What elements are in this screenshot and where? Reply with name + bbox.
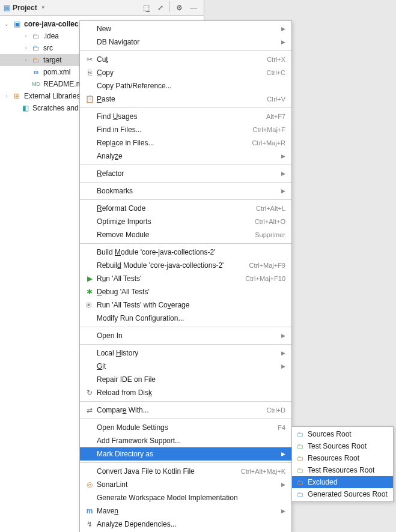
- submenu-item[interactable]: 🗀Generated Sources Root: [292, 488, 393, 500]
- shortcut: Ctrl+Maj+R: [252, 139, 285, 147]
- tree-label: src: [43, 44, 53, 52]
- menu-item[interactable]: ◎SonarLint▶: [80, 478, 291, 491]
- menu-icon: ⛨: [82, 301, 97, 309]
- menu-label: Bookmarks: [97, 187, 279, 195]
- menu-item[interactable]: Convert Java File to Kotlin FileCtrl+Alt…: [80, 465, 291, 478]
- menu-item[interactable]: Replace in Files...Ctrl+Maj+R: [80, 136, 291, 150]
- panel-title[interactable]: ▣ Project ▼: [4, 4, 139, 12]
- menu-label: Remove Module: [97, 231, 255, 239]
- menu-item[interactable]: mMaven▶: [80, 504, 291, 518]
- submenu-item[interactable]: 🗀Test Sources Root: [292, 440, 393, 452]
- submenu-item[interactable]: 🗀Test Resources Root: [292, 464, 393, 476]
- menu-item[interactable]: Local History▶: [80, 346, 291, 360]
- menu-item[interactable]: Open Module SettingsF4: [80, 421, 291, 434]
- file-icon: m: [31, 69, 41, 75]
- select-opened-button[interactable]: ⬚̲: [139, 1, 153, 14]
- menu-item[interactable]: Copy Path/Reference...: [80, 79, 291, 92]
- divider: [169, 1, 170, 12]
- menu-label: Paste: [97, 95, 267, 103]
- chevron-right-icon: ▶: [281, 153, 285, 159]
- tree-root-label: core-java-collec: [24, 20, 79, 28]
- menu-item[interactable]: Bookmarks▶: [80, 184, 291, 198]
- chevron-right-icon: ▶: [281, 171, 285, 177]
- submenu-label: Excluded: [308, 478, 337, 486]
- menu-item[interactable]: ✱Debug 'All Tests': [80, 285, 291, 298]
- menu-icon: ✱: [82, 288, 97, 296]
- menu-label: Find in Files...: [97, 125, 253, 134]
- menu-item[interactable]: ↻Reload from Disk: [80, 386, 291, 399]
- chevron-down-icon: ⌄: [4, 21, 10, 27]
- menu-item[interactable]: ↯Analyze Dependencies...: [80, 518, 291, 531]
- menu-label: DB Navigator: [97, 38, 279, 46]
- menu-item[interactable]: Remove ModuleSupprimer: [80, 228, 291, 241]
- chevron-right-icon: ›: [23, 45, 29, 51]
- submenu-item[interactable]: 🗀Sources Root: [292, 428, 393, 440]
- menu-item[interactable]: ⇄Compare With...Ctrl+D: [80, 404, 291, 417]
- menu-label: Open Module Settings: [97, 423, 278, 432]
- menu-item[interactable]: New▶: [80, 22, 291, 35]
- menu-label: Debug 'All Tests': [97, 288, 285, 296]
- menu-label: Open In: [97, 331, 279, 340]
- menu-item[interactable]: Mark Directory as▶: [80, 447, 291, 461]
- expand-all-button[interactable]: ⤢: [154, 1, 167, 14]
- menu-icon: ↻: [82, 388, 97, 397]
- menu-item[interactable]: Add Framework Support...: [80, 434, 291, 447]
- file-icon: MD: [31, 81, 41, 87]
- context-menu[interactable]: New▶DB Navigator▶✂CutCtrl+X⎘CopyCtrl+CCo…: [79, 20, 292, 532]
- panel-toolbar: ⬚̲ ⤢ ⚙ —: [139, 1, 200, 14]
- menu-item[interactable]: Rebuild Module 'core-java-collections-2'…: [80, 259, 291, 272]
- hide-button[interactable]: —: [187, 1, 200, 14]
- settings-button[interactable]: ⚙: [172, 1, 186, 14]
- menu-label: Analyze: [97, 152, 279, 160]
- menu-separator: [80, 243, 291, 244]
- scratch-icon: ◧: [20, 104, 30, 112]
- menu-label: Convert Java File to Kotlin File: [97, 467, 241, 476]
- shortcut: Ctrl+Maj+F9: [249, 262, 285, 269]
- menu-label: Reformat Code: [97, 204, 256, 213]
- shortcut: Ctrl+X: [267, 56, 285, 63]
- mark-directory-submenu[interactable]: 🗀Sources Root🗀Test Sources Root🗀Resource…: [291, 426, 394, 502]
- folder-icon: 🗀: [294, 431, 305, 438]
- submenu-label: Sources Root: [308, 430, 352, 438]
- shortcut: Ctrl+C: [267, 69, 285, 76]
- menu-item[interactable]: Open In▶: [80, 329, 291, 342]
- tree-label: External Libraries: [24, 92, 80, 100]
- menu-item[interactable]: ▶Run 'All Tests'Ctrl+Maj+F10: [80, 272, 291, 285]
- menu-label: Find Usages: [97, 112, 266, 121]
- menu-item[interactable]: Refactor▶: [80, 167, 291, 180]
- menu-item[interactable]: ⛨Run 'All Tests' with Coverage: [80, 298, 291, 312]
- shortcut: Ctrl+Alt+O: [255, 218, 285, 225]
- menu-item[interactable]: Build Module 'core-java-collections-2': [80, 246, 291, 259]
- chevron-right-icon: ▶: [281, 39, 285, 45]
- menu-item[interactable]: ⎘CopyCtrl+C: [80, 66, 291, 79]
- menu-item[interactable]: DB Navigator▶: [80, 35, 291, 49]
- menu-icon: ⇄: [82, 406, 97, 414]
- menu-item[interactable]: Repair IDE on File: [80, 373, 291, 386]
- tree-label: .idea: [43, 32, 59, 40]
- folder-icon: 🗀: [294, 443, 305, 450]
- menu-item[interactable]: ✂CutCtrl+X: [80, 53, 291, 66]
- menu-item[interactable]: Modify Run Configuration...: [80, 312, 291, 325]
- shortcut: Supprimer: [255, 231, 285, 238]
- menu-label: Optimize Imports: [97, 217, 255, 226]
- submenu-item[interactable]: 🗀Resources Root: [292, 452, 393, 464]
- menu-label: SonarLint: [97, 480, 279, 489]
- menu-item[interactable]: Generate Workspace Model Implementation: [80, 491, 291, 504]
- menu-label: Local History: [97, 349, 279, 357]
- menu-item[interactable]: 📋PasteCtrl+V: [80, 92, 291, 106]
- menu-separator: [80, 50, 291, 51]
- menu-item[interactable]: Reformat CodeCtrl+Alt+L: [80, 202, 291, 215]
- menu-item[interactable]: Git▶: [80, 360, 291, 373]
- folder-icon: 🗀: [294, 455, 305, 462]
- tree-label: pom.xml: [43, 68, 70, 76]
- folder-icon: 🗀: [294, 491, 305, 498]
- menu-item[interactable]: Analyze▶: [80, 150, 291, 163]
- submenu-item[interactable]: 🗀Excluded: [292, 476, 393, 488]
- menu-item[interactable]: Find in Files...Ctrl+Maj+F: [80, 123, 291, 136]
- folder-icon: ▣: [12, 20, 22, 28]
- menu-icon: 📋: [82, 95, 97, 103]
- menu-label: Rebuild Module 'core-java-collections-2': [97, 261, 249, 270]
- panel-title-text: Project: [13, 4, 37, 12]
- menu-item[interactable]: Optimize ImportsCtrl+Alt+O: [80, 215, 291, 228]
- menu-item[interactable]: Find UsagesAlt+F7: [80, 110, 291, 123]
